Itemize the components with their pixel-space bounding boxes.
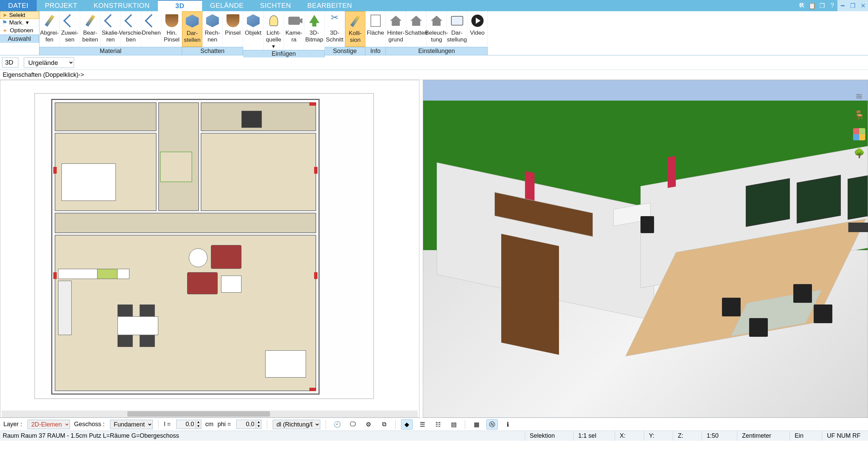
ribbon-beleuchtung-button[interactable]: Beleuch-tung	[427, 11, 447, 47]
cursor-icon: ➤	[2, 12, 7, 19]
select-button[interactable]: ➤ Selekt	[0, 11, 39, 19]
menu-tab-gelaende[interactable]: GELÄNDE	[202, 0, 252, 11]
direction-select[interactable]: dl (Richtung/Di	[273, 420, 320, 429]
house-icon	[409, 13, 424, 28]
north-icon[interactable]: Ⓝ	[486, 419, 498, 430]
plants-panel-icon[interactable]: 🌳	[853, 147, 865, 159]
clipboard-icon[interactable]: 📋	[807, 0, 817, 11]
close-icon[interactable]: ✕	[858, 0, 868, 11]
help-icon[interactable]: ?	[827, 0, 837, 11]
menu-tab-bearbeiten[interactable]: BEARBEITEN	[299, 0, 360, 11]
palette-panel-icon[interactable]	[853, 128, 865, 140]
ribbon-lichtquelle-button[interactable]: Licht-quelle ▾	[264, 11, 284, 50]
scissors-icon: ✂	[327, 13, 342, 28]
ribbon-flche-button[interactable]: Fläche	[365, 11, 386, 47]
ribbon-verschieben-button[interactable]: Verschie-ben	[121, 11, 141, 47]
ribbon-dschnitt-button[interactable]: ✂3D-Schnitt	[325, 11, 345, 47]
status-bar: Raum Raum 37 RAUM - 1.5cm Putz L=Räume G…	[0, 431, 868, 441]
menu-tab-konstruktion[interactable]: KONSTRUKTION	[86, 0, 158, 11]
cube-icon	[185, 14, 200, 29]
layers-panel-icon[interactable]: ≋	[853, 90, 865, 102]
brush-icon	[225, 13, 240, 28]
ribbon-hintergrund-button[interactable]: Hinter-grund	[386, 11, 406, 47]
tree-icon	[307, 13, 322, 28]
stack3-icon[interactable]: ▤	[448, 419, 459, 430]
storey-label: Geschoss :	[74, 421, 105, 428]
diamond-icon[interactable]: ◆	[401, 419, 413, 430]
arrow-icon	[144, 13, 159, 28]
phi-input[interactable]	[237, 420, 256, 429]
status-scale: 1:50	[702, 431, 723, 441]
arrow-icon	[124, 13, 139, 28]
menu-tab-3d[interactable]: 3D	[158, 0, 202, 11]
status-y: Y:	[644, 431, 659, 441]
group-label-einfügen: Einfügen	[243, 50, 325, 57]
doc-icon	[368, 13, 383, 28]
info-icon[interactable]: ℹ	[502, 419, 513, 430]
plus-icon: ＋	[2, 27, 8, 34]
stack2-icon[interactable]: ☷	[432, 419, 444, 430]
ribbon-kamera-button[interactable]: Kame-ra	[284, 11, 304, 50]
length-input[interactable]	[177, 420, 196, 429]
ribbon-dbitmap-button[interactable]: 3D-Bitmap	[304, 11, 325, 50]
workarea: ≋ 🪑 🌳	[0, 80, 868, 418]
ribbon-zuweisen-button[interactable]: Zuwei-sen	[60, 11, 80, 47]
length-label: l =	[164, 421, 171, 428]
menu-tab-projekt[interactable]: PROJEKT	[37, 0, 86, 11]
phi-spinner[interactable]: ▲▼	[236, 420, 261, 429]
ribbon-darstellen-button[interactable]: Dar-stellen	[182, 11, 202, 47]
side-expander[interactable]	[848, 223, 868, 232]
view3d-pane[interactable]	[423, 80, 868, 418]
play-icon	[470, 13, 485, 28]
group-label-schatten: Schatten	[182, 47, 243, 55]
stack1-icon[interactable]: ☰	[417, 419, 428, 430]
tools-icon[interactable]: 🛠	[797, 0, 807, 11]
screen-icon[interactable]: 🖵	[347, 419, 359, 430]
properties-hint-bar[interactable]: Eigenschaften (Doppelklick)->	[0, 70, 868, 80]
ribbon-drehen-button[interactable]: Drehen	[141, 11, 162, 47]
storey-select[interactable]: Fundament	[110, 420, 153, 429]
ribbon-rechnen-button[interactable]: Rech-nen	[202, 11, 223, 47]
length-spinner[interactable]: ▲▼	[176, 420, 201, 429]
group-label-info: Info	[365, 47, 386, 55]
layers-icon[interactable]: ❐	[817, 0, 827, 11]
house-icon	[429, 13, 444, 28]
status-x: X:	[615, 431, 630, 441]
ribbon-hinpinsel-button[interactable]: Hin.Pinsel	[162, 11, 182, 47]
ribbon-bearbeiten-button[interactable]: Bear-beiten	[80, 11, 101, 47]
layer-select[interactable]: 2D-Elemen	[28, 420, 70, 429]
copy-icon[interactable]: ⧉	[378, 419, 390, 430]
ribbon-abgreifen-button[interactable]: Abgrei-fen	[39, 11, 60, 47]
floorplan-pane[interactable]	[0, 80, 419, 418]
grid-icon[interactable]: ▦	[471, 419, 482, 430]
ribbon-pinsel-button[interactable]: Pinsel	[223, 11, 243, 47]
right-tool-strip: ≋ 🪑 🌳	[852, 90, 867, 159]
ribbon-darstellung-button[interactable]: Dar-stellung	[447, 11, 467, 47]
view3d	[423, 80, 868, 417]
status-z: Z:	[673, 431, 688, 441]
ribbon-skalieren-button[interactable]: Skalie-ren	[101, 11, 121, 47]
status-left: Raum Raum 37 RAUM - 1.5cm Putz L=Räume G…	[3, 432, 179, 439]
ribbon-video-button[interactable]: Video	[467, 11, 488, 47]
floorplan-hscrollbar[interactable]	[2, 411, 418, 417]
layer-label: Layer :	[3, 421, 22, 428]
gears-icon[interactable]: ⚙	[363, 419, 374, 430]
options-button[interactable]: ＋ Optionen	[0, 27, 39, 35]
ribbon-schatten-button[interactable]: Schatten	[406, 11, 427, 47]
ribbon-objekt-button[interactable]: Objekt	[243, 11, 264, 50]
status-selektion: Selektion	[525, 431, 560, 441]
menu-tab-datei[interactable]: DATEI	[0, 0, 37, 11]
furniture-panel-icon[interactable]: 🪑	[853, 109, 865, 121]
menu-tab-sichten[interactable]: SICHTEN	[252, 0, 299, 11]
house-icon	[388, 13, 403, 28]
options-label: Optionen	[10, 27, 33, 34]
restore-icon[interactable]: ❐	[848, 0, 858, 11]
minimize-icon[interactable]: ━	[837, 0, 848, 11]
ribbon-kollision-button[interactable]: Kolli-sion	[345, 11, 365, 47]
clock-icon[interactable]: 🕘	[331, 419, 343, 430]
mode-chip[interactable]: 3D	[2, 57, 18, 68]
terrain-select[interactable]: Urgelände	[24, 57, 74, 68]
mark-button[interactable]: ⚑ Mark. ▾	[0, 19, 39, 27]
status-sel-ratio: 1:1 sel	[573, 431, 601, 441]
menu-spacer	[360, 0, 797, 11]
